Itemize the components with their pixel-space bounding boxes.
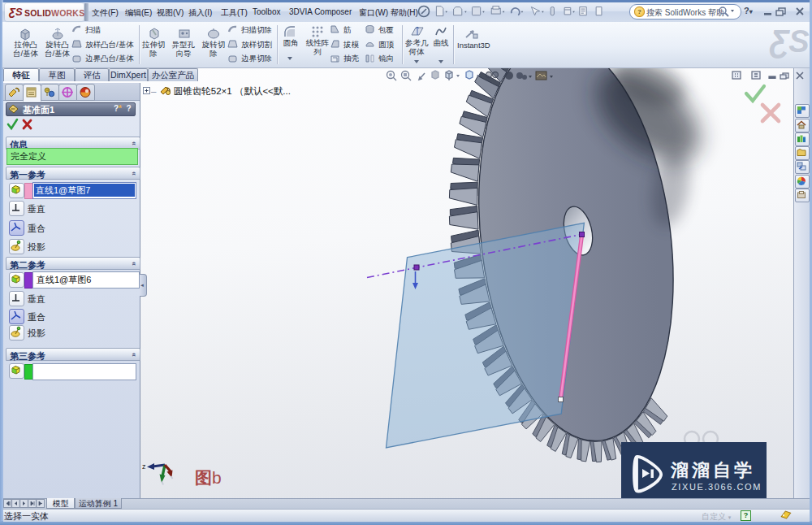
svg-text:z: z [142,462,146,471]
